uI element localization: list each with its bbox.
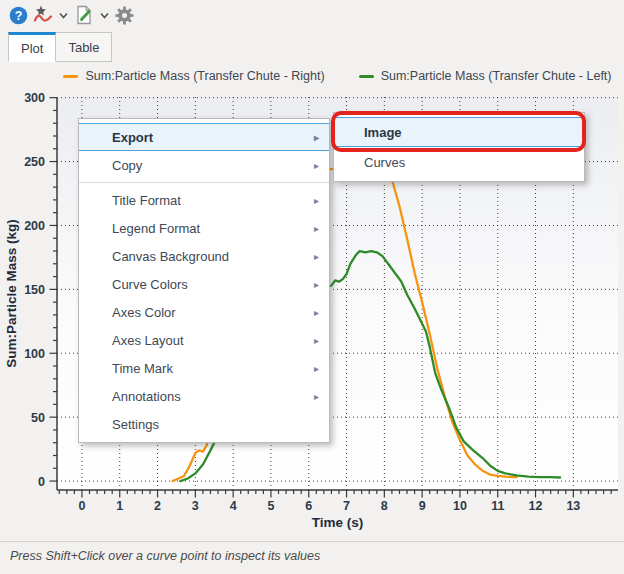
svg-text:150: 150 (24, 283, 45, 297)
submenu-arrow-icon: ▸ (314, 251, 319, 262)
status-text: Press Shift+Click over a curve point to … (10, 549, 320, 563)
menu-item-canvas-background[interactable]: Canvas Background▸ (79, 242, 329, 270)
submenu-arrow-icon: ▸ (314, 132, 319, 143)
svg-text:200: 200 (24, 219, 45, 233)
svg-text:2: 2 (154, 499, 161, 513)
legend-item-sum-particle-mass-transfer-chute-left: Sum:Particle Mass (Transfer Chute - Left… (359, 69, 612, 83)
tab-table[interactable]: Table (56, 32, 112, 62)
tab-plot[interactable]: Plot (8, 32, 56, 62)
svg-text:9: 9 (419, 499, 426, 513)
svg-text:10: 10 (453, 499, 467, 513)
svg-text:1: 1 (116, 499, 123, 513)
svg-text:Sum:Particle Mass (kg): Sum:Particle Mass (kg) (4, 219, 19, 368)
svg-text:0: 0 (38, 475, 45, 489)
menu-item-label: Settings (112, 417, 159, 432)
svg-text:8: 8 (381, 499, 388, 513)
menu-separator (79, 182, 329, 183)
menu-item-export[interactable]: Export▸ (79, 123, 329, 151)
menu-item-label: Curves (364, 155, 405, 170)
menu-item-label: Time Mark (112, 361, 173, 376)
menu-item-label: Title Format (112, 193, 181, 208)
legend-label: Sum:Particle Mass (Transfer Chute - Righ… (85, 69, 324, 83)
svg-text:300: 300 (24, 91, 45, 105)
legend-swatch (63, 75, 78, 78)
svg-text:5: 5 (267, 499, 274, 513)
legend-swatch (359, 75, 374, 78)
legend-label: Sum:Particle Mass (Transfer Chute - Left… (381, 69, 612, 83)
menu-item-label: Image (364, 125, 402, 140)
svg-text:50: 50 (31, 411, 45, 425)
submenu-arrow-icon: ▸ (314, 160, 319, 171)
submenu-arrow-icon: ▸ (314, 363, 319, 374)
menu-item-label: Canvas Background (112, 249, 229, 264)
menu-item-axes-layout[interactable]: Axes Layout▸ (79, 326, 329, 354)
menu-item-label: Export (112, 130, 153, 145)
menu-item-title-format[interactable]: Title Format▸ (79, 186, 329, 214)
submenu-arrow-icon: ▸ (314, 307, 319, 318)
menu-item-label: Copy (112, 158, 142, 173)
svg-text:250: 250 (24, 155, 45, 169)
svg-text:7: 7 (343, 499, 350, 513)
svg-text:11: 11 (491, 499, 504, 513)
menu-item-label: Curve Colors (112, 277, 188, 292)
submenu-arrow-icon: ▸ (314, 391, 319, 402)
svg-text:13: 13 (566, 499, 580, 513)
chart-legend: Sum:Particle Mass (Transfer Chute - Righ… (57, 67, 618, 85)
export-submenu: ImageCurves (333, 112, 585, 182)
submenu-arrow-icon: ▸ (314, 279, 319, 290)
svg-text:0: 0 (78, 499, 85, 513)
menu-item-label: Annotations (112, 389, 181, 404)
legend-item-sum-particle-mass-transfer-chute-right: Sum:Particle Mass (Transfer Chute - Righ… (63, 69, 324, 83)
tab-bar: Plot Table (8, 32, 112, 62)
menu-item-label: Legend Format (112, 221, 200, 236)
svg-text:12: 12 (529, 499, 543, 513)
svg-text:Time (s): Time (s) (312, 515, 364, 530)
context-menu: Export▸Copy▸Title Format▸Legend Format▸C… (78, 118, 330, 443)
menu-item-label: Axes Layout (112, 333, 184, 348)
submenu-arrow-icon: ▸ (314, 335, 319, 346)
menu-item-copy[interactable]: Copy▸ (79, 151, 329, 179)
submenu-item-image[interactable]: Image (334, 117, 584, 147)
svg-text:100: 100 (24, 347, 45, 361)
menu-item-legend-format[interactable]: Legend Format▸ (79, 214, 329, 242)
menu-item-curve-colors[interactable]: Curve Colors▸ (79, 270, 329, 298)
menu-item-axes-color[interactable]: Axes Color▸ (79, 298, 329, 326)
menu-item-label: Axes Color (112, 305, 176, 320)
status-bar: Press Shift+Click over a curve point to … (0, 541, 624, 574)
svg-text:4: 4 (230, 499, 237, 513)
svg-text:6: 6 (305, 499, 312, 513)
submenu-arrow-icon: ▸ (314, 223, 319, 234)
menu-item-settings[interactable]: Settings (79, 410, 329, 438)
submenu-arrow-icon: ▸ (314, 195, 319, 206)
submenu-item-curves[interactable]: Curves (334, 147, 584, 177)
svg-text:3: 3 (192, 499, 199, 513)
menu-item-time-mark[interactable]: Time Mark▸ (79, 354, 329, 382)
menu-item-annotations[interactable]: Annotations▸ (79, 382, 329, 410)
